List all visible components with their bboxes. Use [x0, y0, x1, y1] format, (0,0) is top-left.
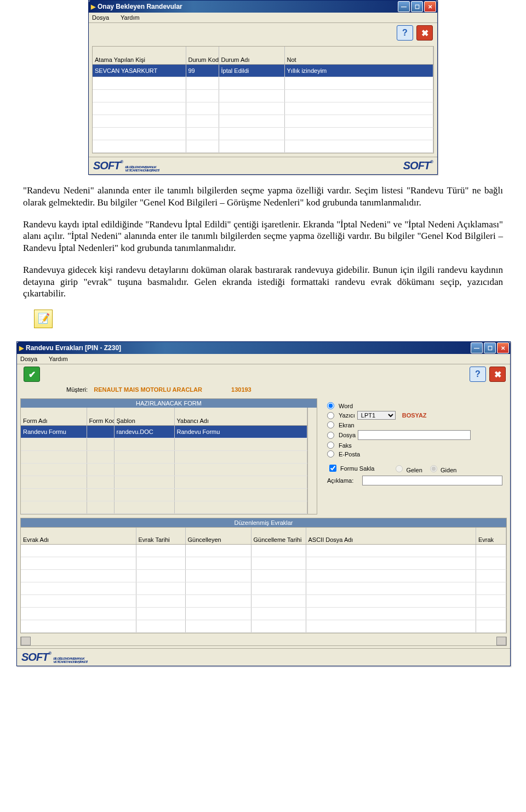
radio-fax[interactable] — [327, 442, 334, 449]
col-evrak-adi[interactable]: Evrak Adı — [21, 528, 136, 545]
table-row[interactable] — [21, 464, 307, 476]
col-foreign[interactable]: Yabancı Adı — [174, 408, 307, 426]
radio-screen[interactable] — [327, 421, 334, 428]
scrollbar[interactable] — [307, 408, 317, 514]
radio-printer[interactable] — [327, 412, 334, 419]
table-row[interactable]: SEVCAN YASARKURT 99 İptal Edildi Yıllık … — [93, 65, 433, 77]
help-icon[interactable]: ? — [470, 367, 486, 382]
col-form-code[interactable]: Form Kodu — [87, 408, 114, 426]
radio-outgoing-label: Giden — [441, 467, 456, 473]
table-row[interactable] — [93, 102, 433, 115]
col-status-code[interactable]: Durum Kodu — [186, 47, 219, 65]
cell-form-code — [87, 426, 114, 438]
customer-code: 130193 — [231, 386, 251, 393]
explanation-input[interactable] — [362, 476, 502, 485]
menu-file[interactable]: Dosya — [20, 356, 37, 362]
menu-file[interactable]: Dosya — [92, 14, 109, 21]
menu-help[interactable]: Yardım — [121, 14, 140, 21]
grid-approvals: Atama Yapılan Kişi Durum Kodu Durum Adı … — [92, 46, 434, 153]
paragraph-2: Randevu kaydı iptal edildiğinde "Randevu… — [23, 219, 503, 254]
toolbar: ✔ ? ✖ — [17, 364, 510, 384]
maximize-button[interactable]: ☐ — [484, 342, 496, 353]
output-panel: Word Yazıcı LPT1 BOSYAZ Ekran Dosya — [323, 398, 507, 489]
form-to-prepare: HAZIRLANACAK FORM Form Adı Form Kodu Şab… — [20, 398, 317, 514]
table-row[interactable] — [93, 128, 433, 140]
cell-form-name: Randevu Formu — [21, 426, 87, 438]
radio-email[interactable] — [327, 450, 334, 458]
cell-foreign: Randevu Formu — [174, 426, 307, 438]
menu-help[interactable]: Yardım — [49, 356, 68, 362]
explanation-label: Açıklama: — [327, 477, 360, 484]
col-note[interactable]: Not — [284, 47, 433, 65]
window-pending-approvals: ▶ Onay Bekleyen Randevular — ☐ ✕ Dosya Y… — [88, 0, 438, 175]
radio-fax-label: Faks — [339, 442, 352, 449]
maximize-button[interactable]: ☐ — [411, 1, 423, 12]
ok-icon[interactable]: ✔ — [24, 367, 40, 382]
radio-word-label: Word — [339, 403, 353, 409]
help-icon[interactable]: ? — [397, 25, 413, 41]
table-row[interactable] — [93, 140, 433, 153]
soft-logo: SOFT® BİLGİ İŞLEM DANIŞMANLIK VE TİCARET… — [21, 651, 87, 664]
cell-assignee: SEVCAN YASARKURT — [93, 65, 186, 77]
soft-logo: SOFT® BİLGİ İŞLEM DANIŞMANLIK VE TİCARET… — [93, 159, 159, 172]
close-button[interactable]: ✕ — [497, 342, 509, 353]
col-form-name[interactable]: Form Adı — [21, 408, 87, 426]
close-icon[interactable]: ✖ — [489, 367, 506, 382]
radio-file-label: Dosya — [339, 432, 356, 438]
table-row[interactable] — [21, 557, 506, 570]
close-icon[interactable]: ✖ — [416, 25, 433, 41]
col-status-name[interactable]: Durum Adı — [219, 47, 284, 65]
radio-outgoing — [430, 465, 437, 472]
table-row[interactable] — [21, 595, 506, 608]
close-button[interactable]: ✕ — [424, 1, 436, 12]
table-row[interactable] — [21, 451, 307, 464]
chk-save-form-label: Formu Sakla — [340, 465, 374, 472]
toolbar: ? ✖ — [89, 23, 437, 43]
cell-template: randevu.DOC — [114, 426, 174, 438]
col-template[interactable]: Şablon — [114, 408, 174, 426]
paragraph-1: "Randevu Nedeni" alanında enter ile tanı… — [23, 185, 503, 209]
app-icon: ▶ — [91, 3, 95, 10]
col-evrak-tarihi[interactable]: Evrak Tarihi — [136, 528, 185, 545]
printer-select[interactable]: LPT1 — [357, 411, 396, 420]
minimize-button[interactable]: — — [398, 1, 410, 12]
customer-label: Müşteri: — [66, 386, 88, 393]
col-guncelleyen[interactable]: Güncelleyen — [185, 528, 251, 545]
chk-save-form[interactable] — [329, 465, 336, 472]
table-row[interactable] — [93, 115, 433, 128]
table-row[interactable] — [21, 570, 506, 582]
horizontal-scrollbar[interactable] — [20, 637, 507, 646]
bosyaz-label: BOSYAZ — [402, 412, 427, 419]
table-row[interactable] — [21, 438, 307, 451]
menubar: Dosya Yardım — [89, 13, 437, 23]
table-row[interactable] — [93, 90, 433, 102]
table-row[interactable] — [21, 608, 506, 620]
footer: SOFT® BİLGİ İŞLEM DANIŞMANLIK VE TİCARET… — [89, 157, 437, 174]
minimize-button[interactable]: — — [471, 342, 483, 353]
radio-word[interactable] — [327, 402, 334, 409]
table-row[interactable]: Randevu Formu randevu.DOC Randevu Formu — [21, 426, 307, 438]
titlebar[interactable]: ▶ Randevu Evrakları [PIN - Z230] — ☐ ✕ — [17, 342, 510, 354]
titlebar[interactable]: ▶ Onay Bekleyen Randevular — ☐ ✕ — [89, 1, 437, 13]
col-guncelleme-tarihi[interactable]: Güncelleme Tarihi — [251, 528, 306, 545]
radio-email-label: E-Posta — [339, 451, 360, 458]
form-table[interactable]: Form Adı Form Kodu Şablon Yabancı Adı Ra… — [21, 408, 307, 514]
col-assignee[interactable]: Atama Yapılan Kişi — [93, 47, 186, 65]
edited-docs-table[interactable]: Evrak Adı Evrak Tarihi Güncelleyen Günce… — [21, 528, 506, 633]
table-row[interactable] — [93, 77, 433, 90]
table-row[interactable] — [21, 620, 506, 633]
table-row[interactable] — [21, 582, 506, 595]
file-input[interactable] — [358, 430, 471, 440]
radio-screen-label: Ekran — [339, 422, 355, 428]
table-row[interactable] — [21, 545, 506, 557]
col-evrak[interactable]: Evrak — [476, 528, 506, 545]
table-row[interactable] — [21, 489, 307, 501]
window-title: Onay Bekleyen Randevular — [98, 3, 398, 10]
customer-value: RENAULT MAIS MOTORLU ARACLAR — [94, 386, 202, 393]
table-row[interactable] — [21, 476, 307, 489]
pending-table[interactable]: Atama Yapılan Kişi Durum Kodu Durum Adı … — [93, 47, 433, 153]
table-row[interactable] — [21, 501, 307, 514]
col-ascii[interactable]: ASCII Dosya Adı — [306, 528, 476, 545]
radio-file[interactable] — [327, 432, 334, 439]
soft-logo-right: SOFT® — [403, 159, 433, 172]
